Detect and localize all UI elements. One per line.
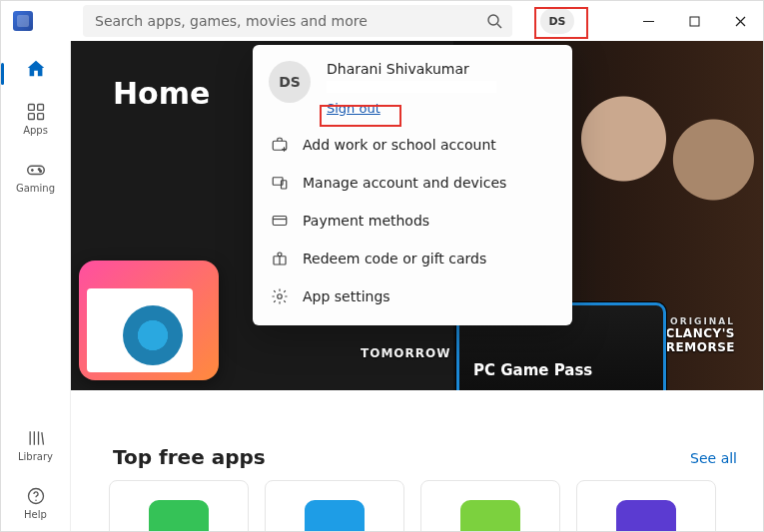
menu-item-label: Manage account and devices (303, 175, 506, 191)
app-card[interactable] (109, 480, 249, 531)
credit-card-icon (271, 212, 289, 230)
window-maximize-button[interactable] (671, 1, 717, 41)
sidebar: Apps Gaming Library Help (1, 41, 71, 531)
svg-point-14 (39, 170, 41, 172)
top-free-apps-row (109, 480, 716, 531)
window-minimize-button[interactable] (625, 1, 671, 41)
gaming-icon (25, 159, 47, 181)
home-icon (25, 58, 47, 80)
svg-rect-8 (28, 113, 34, 119)
svg-line-18 (41, 432, 43, 445)
apps-icon (26, 102, 46, 122)
nav-library-label: Library (18, 451, 53, 462)
nav-library[interactable]: Library (6, 415, 66, 473)
nav-help[interactable]: Help (6, 473, 66, 531)
pc-game-pass-label: PC Game Pass (473, 361, 592, 379)
close-icon (735, 16, 746, 27)
app-card[interactable] (576, 480, 716, 531)
menu-manage-account-devices[interactable]: Manage account and devices (253, 164, 572, 202)
menu-item-label: Redeem code or gift cards (303, 251, 486, 266)
help-icon (26, 486, 46, 506)
sign-out-link[interactable]: Sign out (327, 101, 381, 116)
page-title: Home (113, 76, 210, 111)
svg-point-30 (278, 294, 283, 299)
nav-home[interactable] (6, 49, 66, 89)
nav-gaming-label: Gaming (16, 183, 55, 194)
svg-point-0 (488, 15, 498, 25)
see-all-link[interactable]: See all (690, 450, 737, 466)
account-user-name: Dharani Shivakumar (327, 61, 496, 77)
account-button[interactable]: DS (540, 8, 574, 34)
menu-payment-methods[interactable]: Payment methods (253, 202, 572, 240)
menu-item-label: Payment methods (303, 213, 429, 229)
search-input[interactable] (83, 5, 512, 37)
menu-item-label: Add work or school account (303, 137, 496, 153)
nav-help-label: Help (24, 509, 47, 520)
section-heading-top-free-apps: Top free apps (113, 445, 266, 469)
gear-icon (271, 287, 289, 305)
app-card[interactable] (420, 480, 560, 531)
devices-icon (271, 174, 289, 192)
account-popover: DS Dharani Shivakumar Sign out Add work … (253, 45, 572, 325)
library-icon (26, 428, 46, 448)
hero-left-promo-card[interactable] (79, 261, 219, 380)
maximize-icon (689, 16, 700, 27)
svg-rect-7 (37, 104, 43, 110)
menu-app-settings[interactable]: App settings (253, 277, 572, 315)
menu-redeem-code[interactable]: Redeem code or gift cards (253, 240, 572, 277)
search-button[interactable] (482, 9, 506, 33)
svg-point-20 (35, 499, 37, 501)
menu-item-label: App settings (303, 288, 390, 304)
search-icon (486, 13, 502, 29)
app-card[interactable] (265, 480, 404, 531)
nav-apps[interactable]: Apps (6, 89, 66, 147)
svg-rect-26 (273, 217, 287, 226)
account-email-redacted (327, 81, 496, 93)
avatar: DS (269, 61, 311, 103)
svg-rect-3 (690, 17, 699, 26)
minimize-icon (643, 16, 654, 27)
briefcase-add-icon (271, 136, 289, 154)
gift-icon (271, 250, 289, 267)
window-close-button[interactable] (717, 1, 763, 41)
svg-rect-6 (28, 104, 34, 110)
store-app-logo (13, 11, 33, 31)
svg-line-1 (497, 24, 501, 28)
menu-add-work-school-account[interactable]: Add work or school account (253, 126, 572, 164)
nav-apps-label: Apps (23, 125, 48, 136)
svg-rect-9 (37, 113, 43, 119)
nav-gaming[interactable]: Gaming (6, 147, 66, 205)
